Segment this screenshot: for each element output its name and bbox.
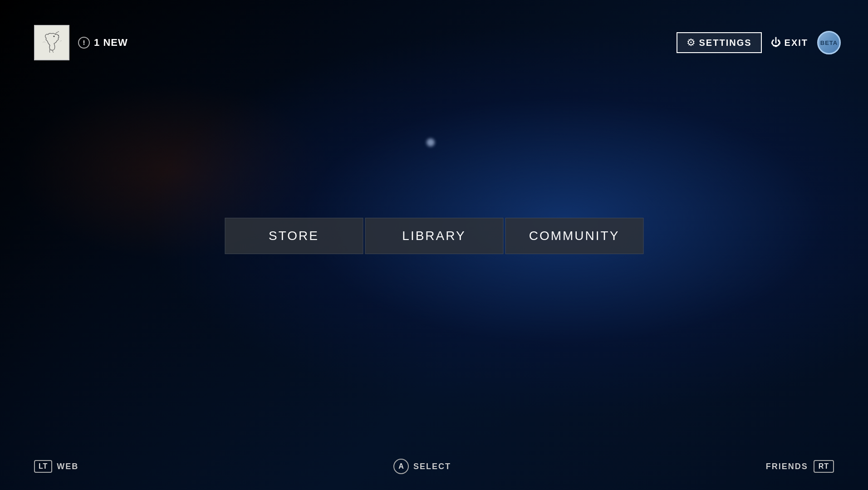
a-key: A (393, 459, 409, 474)
web-hint: LT WEB (34, 460, 78, 473)
notification-text: 1 NEW (94, 37, 128, 49)
power-icon: ⏻ (771, 37, 781, 49)
top-right-area: ⚙ SETTINGS ⏻ EXIT BETA (677, 31, 841, 54)
store-button[interactable]: STORE (225, 218, 363, 254)
main-nav: STORE LIBRARY COMMUNITY (225, 218, 643, 254)
glow-particle (427, 138, 435, 147)
notification-area: ! 1 NEW (78, 36, 128, 49)
settings-button[interactable]: ⚙ SETTINGS (677, 32, 762, 53)
avatar[interactable] (34, 25, 69, 60)
bottom-bar: LT WEB A SELECT FRIENDS RT (0, 459, 868, 474)
exit-label: EXIT (785, 38, 808, 48)
library-button[interactable]: LIBRARY (365, 218, 503, 254)
gear-icon: ⚙ (687, 37, 696, 49)
beta-text: BETA (820, 39, 838, 46)
select-label: SELECT (413, 462, 451, 471)
beta-badge: BETA (817, 31, 841, 54)
exit-button[interactable]: ⏻ EXIT (771, 37, 808, 49)
svg-point-0 (54, 36, 55, 37)
library-label: LIBRARY (402, 229, 466, 243)
select-hint: A SELECT (393, 459, 451, 474)
store-label: STORE (269, 229, 319, 243)
rt-key: RT (814, 460, 834, 473)
friends-hint: FRIENDS RT (766, 460, 834, 473)
top-left-area: ! 1 NEW (34, 25, 128, 60)
notification-icon: ! (78, 36, 90, 49)
web-label: WEB (57, 462, 78, 471)
friends-label: FRIENDS (766, 462, 808, 471)
settings-label: SETTINGS (699, 38, 752, 48)
lt-key: LT (34, 460, 52, 473)
community-button[interactable]: COMMUNITY (505, 218, 643, 254)
community-label: COMMUNITY (529, 229, 620, 243)
